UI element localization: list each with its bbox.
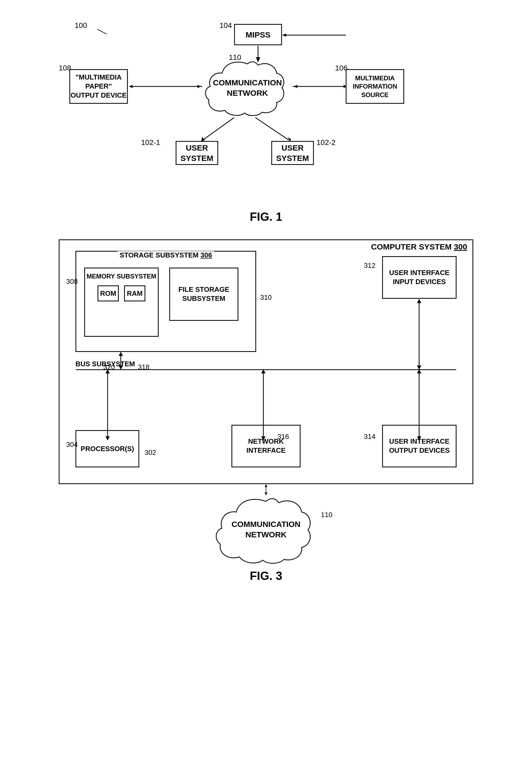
network-interface-box: NETWORK INTERFACE	[231, 425, 301, 467]
comm-network-label: COMMUNICATION NETWORK	[202, 77, 293, 98]
svg-marker-23	[261, 369, 265, 373]
fig3-title-ref: 300	[454, 242, 467, 251]
svg-marker-28	[417, 365, 421, 370]
user-system-1-label: USER SYSTEM	[176, 142, 217, 163]
ref-100: 100	[75, 21, 87, 30]
ref-312: 312	[364, 262, 375, 270]
multimedia-info-label: MULTIMEDIA INFORMATION SOURCE	[347, 74, 403, 99]
fig3-title: COMPUTER SYSTEM 300	[371, 242, 467, 251]
ref-316: 316	[277, 432, 289, 441]
multimedia-info-box: MULTIMEDIA INFORMATION SOURCE	[346, 69, 404, 104]
comm-network-cloud: COMMUNICATION NETWORK	[202, 58, 293, 117]
diagram-container: 100 104 MIPSS 108 "MULTIMEDIA PAPER" OUT…	[27, 16, 505, 583]
storage-ref: 306	[200, 251, 212, 259]
user-system-2-box: USER SYSTEM	[271, 141, 314, 165]
storage-subsystem-label: STORAGE SUBSYSTEM 306	[117, 251, 214, 259]
comm-network-cloud-fig3: COMMUNICATION NETWORK	[213, 495, 319, 564]
ref-110-fig1: 110	[229, 53, 241, 62]
memory-subsystem-label: MEMORY SUBSYSTEM	[85, 273, 158, 280]
file-storage-label: FILE STORAGE SUBSYSTEM	[170, 285, 238, 303]
svg-line-10	[202, 117, 234, 140]
processor-box: PROCESSOR(S)	[75, 430, 139, 467]
ram-label: RAM	[127, 289, 142, 298]
svg-marker-9	[282, 33, 286, 37]
ram-box: RAM	[124, 286, 145, 301]
rom-label: ROM	[100, 289, 116, 298]
multimedia-paper-label: "MULTIMEDIA PAPER" OUTPUT DEVICE	[70, 73, 127, 100]
memory-subsystem-box: MEMORY SUBSYSTEM ROM RAM	[84, 268, 159, 337]
user-system-2-label: USER SYSTEM	[272, 142, 313, 163]
rom-ram-row: ROM RAM	[85, 286, 158, 301]
ref-104: 104	[219, 21, 232, 30]
ui-output-box: USER INTERFACE OUTPUT DEVICES	[382, 425, 457, 467]
fig3-below: COMMUNICATION NETWORK 110	[59, 484, 473, 564]
ref-110-fig3: 110	[321, 511, 332, 519]
fig1-area: 100 104 MIPSS 108 "MULTIMEDIA PAPER" OUT…	[53, 16, 479, 197]
rom-box: ROM	[98, 286, 119, 301]
storage-subsystem-box: STORAGE SUBSYSTEM 306 MEMORY SUBSYSTEM R…	[75, 251, 256, 352]
file-storage-box: FILE STORAGE SUBSYSTEM	[169, 268, 238, 321]
svg-line-14	[97, 29, 107, 34]
user-system-1-box: USER SYSTEM	[176, 141, 218, 165]
svg-marker-30	[417, 369, 421, 373]
ref-320: 320	[103, 363, 115, 371]
svg-marker-3	[129, 85, 133, 88]
ui-output-label: USER INTERFACE OUTPUT DEVICES	[383, 437, 456, 455]
multimedia-paper-box: "MULTIMEDIA PAPER" OUTPUT DEVICE	[69, 69, 128, 104]
ref-102-1: 102-1	[141, 138, 160, 147]
ref-102-2: 102-2	[316, 138, 336, 147]
ref-310: 310	[260, 293, 272, 302]
ref-314: 314	[364, 432, 375, 441]
fig1-label: FIG. 1	[250, 210, 282, 224]
svg-marker-34	[265, 484, 267, 487]
svg-marker-27	[417, 299, 421, 303]
fig3-outer-box: COMPUTER SYSTEM 300 STORAGE SUBSYSTEM 30…	[59, 240, 473, 484]
ref-308: 308	[66, 278, 78, 286]
svg-marker-4	[197, 85, 201, 88]
ui-input-label: USER INTERFACE INPUT DEVICES	[383, 268, 456, 287]
fig3-area: COMPUTER SYSTEM 300 STORAGE SUBSYSTEM 30…	[59, 240, 473, 564]
ref-302: 302	[145, 448, 156, 457]
network-interface-label: NETWORK INTERFACE	[232, 437, 300, 455]
comm-network-label-fig3: COMMUNICATION NETWORK	[213, 519, 319, 540]
fig3-label: FIG. 3	[250, 569, 282, 583]
processor-label: PROCESSOR(S)	[81, 445, 134, 453]
mipss-box: MIPSS	[234, 24, 282, 45]
svg-line-12	[255, 117, 289, 140]
svg-marker-7	[294, 85, 297, 88]
svg-marker-17	[119, 352, 123, 356]
mipss-label: MIPSS	[246, 30, 270, 40]
ref-318: 318	[138, 363, 149, 371]
ui-input-box: USER INTERFACE INPUT DEVICES	[382, 256, 457, 299]
